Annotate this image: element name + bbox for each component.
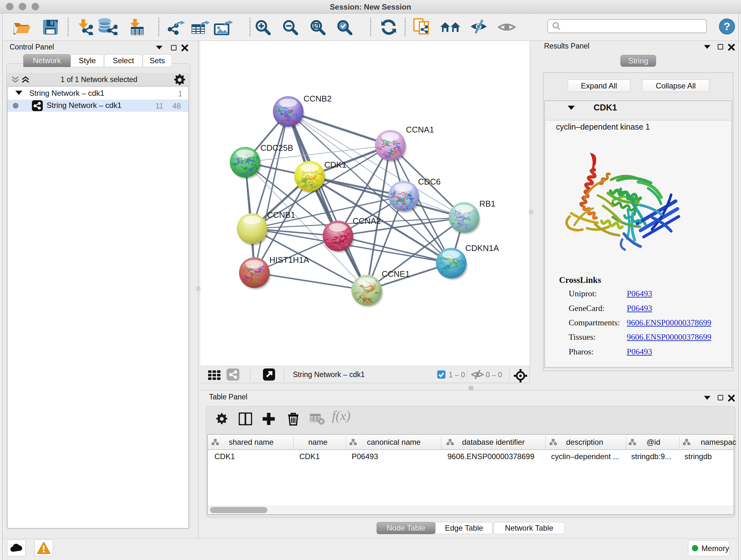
svg-text:?: ? xyxy=(724,20,731,32)
svg-text:CDC6: CDC6 xyxy=(418,177,441,186)
svg-text:CCNB2: CCNB2 xyxy=(304,94,332,104)
svg-text:CCNA1: CCNA1 xyxy=(406,125,434,134)
svg-text:CDC25B: CDC25B xyxy=(260,143,293,152)
svg-text:CCNA2: CCNA2 xyxy=(353,216,381,226)
svg-text:HIST1H1A: HIST1H1A xyxy=(269,255,309,265)
svg-text:CDKN1A: CDKN1A xyxy=(465,243,499,253)
svg-text:RB1: RB1 xyxy=(479,199,495,208)
svg-text:CCNE1: CCNE1 xyxy=(382,269,410,279)
svg-text:CCNB1: CCNB1 xyxy=(267,210,295,220)
svg-text:CDK1: CDK1 xyxy=(324,160,346,170)
